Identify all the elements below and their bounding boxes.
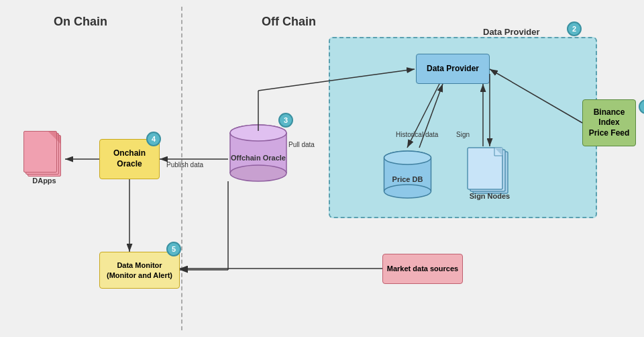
market-data-label: Market data sources: [387, 264, 458, 273]
binance-box: Binance Index Price Feed: [582, 99, 636, 146]
dapps-page-front: [23, 131, 57, 173]
svg-point-3: [230, 125, 286, 141]
binance-label: Binance Index Price Feed: [583, 107, 635, 139]
historical-data-label: Historical data: [396, 131, 438, 138]
onchain-oracle-label: Onchain Oracle: [100, 148, 159, 169]
publish-data-label: Publish data: [166, 161, 203, 168]
badge-offchain-oracle: 3: [278, 113, 293, 128]
badge-data-provider: 2: [567, 21, 582, 36]
dapps-label: DApps: [25, 177, 63, 185]
svg-rect-14: [468, 148, 502, 189]
offchain-oracle-label: Offchain Oracle: [231, 154, 286, 162]
section-divider: [181, 7, 182, 330]
svg-point-2: [230, 165, 286, 181]
data-provider-box-label: Data Provider: [483, 27, 540, 37]
svg-point-9: [384, 151, 431, 164]
badge-data-monitor: 5: [166, 242, 181, 256]
data-monitor-box: Data Monitor (Monitor and Alert): [99, 252, 180, 289]
price-db-label: Price DB: [392, 175, 423, 183]
diagram: On Chain Off Chain Data Provider 2 DApps…: [0, 0, 644, 337]
badge-binance: 1: [639, 99, 644, 114]
badge-onchain-oracle: 4: [146, 132, 161, 146]
data-provider-inner-label: Data Provider: [427, 64, 479, 75]
data-provider-inner-box: Data Provider: [416, 54, 490, 84]
market-data-box: Market data sources: [382, 254, 463, 284]
sign-nodes-stack: Sign Nodes: [466, 146, 520, 203]
data-monitor-label: Data Monitor (Monitor and Alert): [107, 260, 172, 280]
sign-label: Sign: [456, 131, 470, 138]
price-db-cylinder: Price DB: [382, 148, 433, 205]
svg-point-8: [384, 185, 431, 198]
offchain-oracle-cylinder: Offchain Oracle: [228, 121, 288, 188]
pull-data-label: Pull data: [288, 141, 315, 148]
on-chain-label: On Chain: [54, 15, 107, 29]
off-chain-label: Off Chain: [262, 15, 316, 29]
sign-nodes-label: Sign Nodes: [466, 192, 513, 200]
